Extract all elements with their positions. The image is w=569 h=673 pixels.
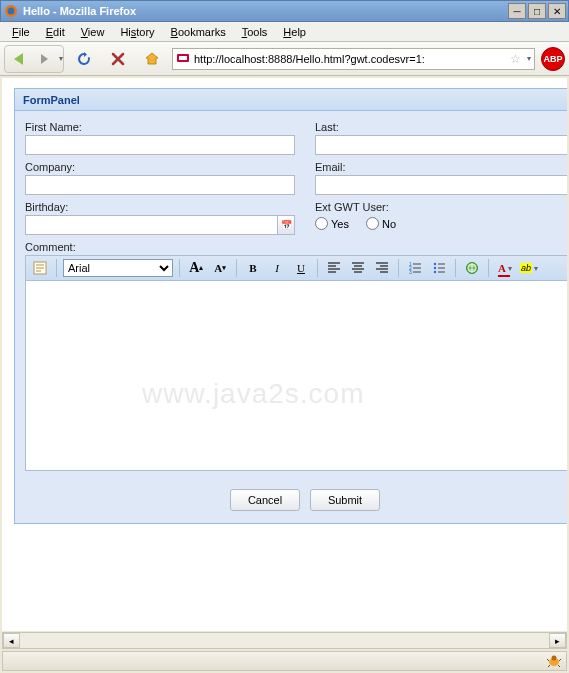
increase-font-button[interactable]: A▴ bbox=[186, 258, 206, 278]
forward-button[interactable] bbox=[31, 46, 57, 72]
menubar: File Edit View History Bookmarks Tools H… bbox=[0, 22, 569, 42]
content-area: www.java2s.com FormPanel First Name: Las… bbox=[2, 78, 567, 631]
home-button[interactable] bbox=[138, 46, 166, 72]
align-right-button[interactable] bbox=[372, 258, 392, 278]
italic-button[interactable]: I bbox=[267, 258, 287, 278]
cancel-button[interactable]: Cancel bbox=[230, 489, 300, 511]
history-dropdown-icon[interactable]: ▾ bbox=[59, 54, 63, 63]
menu-history[interactable]: History bbox=[114, 24, 160, 40]
statusbar bbox=[2, 651, 567, 671]
email-input[interactable] bbox=[315, 175, 567, 195]
scroll-track[interactable] bbox=[20, 633, 549, 648]
bold-button[interactable]: B bbox=[243, 258, 263, 278]
align-left-button[interactable] bbox=[324, 258, 344, 278]
menu-view[interactable]: View bbox=[75, 24, 111, 40]
svg-point-1 bbox=[8, 8, 15, 15]
comment-editor[interactable] bbox=[25, 281, 567, 471]
horizontal-scrollbar[interactable]: ◂ ▸ bbox=[2, 632, 567, 649]
radio-no[interactable]: No bbox=[366, 217, 396, 230]
calendar-icon: 📅 bbox=[281, 220, 292, 230]
url-bar: ☆ ▾ bbox=[172, 48, 535, 70]
reload-button[interactable] bbox=[70, 46, 98, 72]
window-title: Hello - Mozilla Firefox bbox=[23, 5, 508, 17]
radio-no-input[interactable] bbox=[366, 217, 379, 230]
svg-point-9 bbox=[434, 267, 436, 269]
first-name-label: First Name: bbox=[25, 121, 295, 133]
navigation-toolbar: ▾ ☆ ▾ ABP bbox=[0, 42, 569, 76]
close-button[interactable]: ✕ bbox=[548, 3, 566, 19]
firebug-icon[interactable] bbox=[546, 653, 562, 669]
panel-header: FormPanel bbox=[15, 89, 567, 111]
comment-label: Comment: bbox=[25, 241, 567, 253]
menu-edit[interactable]: Edit bbox=[40, 24, 71, 40]
menu-tools[interactable]: Tools bbox=[236, 24, 274, 40]
link-button[interactable] bbox=[462, 258, 482, 278]
font-family-select[interactable]: Arial bbox=[63, 259, 173, 277]
unordered-list-button[interactable] bbox=[429, 258, 449, 278]
form-panel: FormPanel First Name: Last: Company: bbox=[14, 88, 567, 524]
last-input[interactable] bbox=[315, 135, 567, 155]
menu-file[interactable]: File bbox=[6, 24, 36, 40]
svg-text:3: 3 bbox=[409, 269, 412, 274]
maximize-button[interactable]: □ bbox=[528, 3, 546, 19]
bookmark-star-icon[interactable]: ☆ bbox=[510, 52, 521, 66]
back-forward-group: ▾ bbox=[4, 45, 64, 73]
svg-rect-3 bbox=[179, 56, 187, 60]
url-input[interactable] bbox=[194, 53, 506, 65]
scroll-right-button[interactable]: ▸ bbox=[549, 633, 566, 648]
submit-button[interactable]: Submit bbox=[310, 489, 380, 511]
first-name-input[interactable] bbox=[25, 135, 295, 155]
source-edit-button[interactable] bbox=[30, 258, 50, 278]
birthday-label: Birthday: bbox=[25, 201, 295, 213]
date-picker-trigger[interactable]: 📅 bbox=[278, 215, 295, 235]
radio-yes-label: Yes bbox=[331, 218, 349, 230]
back-arrow-icon bbox=[14, 53, 23, 65]
ordered-list-button[interactable]: 123 bbox=[405, 258, 425, 278]
site-icon bbox=[176, 51, 190, 67]
radio-yes-input[interactable] bbox=[315, 217, 328, 230]
svg-point-8 bbox=[434, 263, 436, 265]
highlight-button[interactable]: ab▾ bbox=[519, 258, 539, 278]
url-dropdown-icon[interactable]: ▾ bbox=[527, 54, 531, 63]
radio-yes[interactable]: Yes bbox=[315, 217, 349, 230]
forward-arrow-icon bbox=[41, 54, 48, 64]
menu-help[interactable]: Help bbox=[277, 24, 312, 40]
scroll-left-button[interactable]: ◂ bbox=[3, 633, 20, 648]
menu-bookmarks[interactable]: Bookmarks bbox=[165, 24, 232, 40]
minimize-button[interactable]: ─ bbox=[508, 3, 526, 19]
last-label: Last: bbox=[315, 121, 567, 133]
underline-button[interactable]: U bbox=[291, 258, 311, 278]
font-color-button[interactable]: A▾ bbox=[495, 258, 515, 278]
back-button[interactable] bbox=[5, 46, 31, 72]
stop-button[interactable] bbox=[104, 46, 132, 72]
ext-user-label: Ext GWT User: bbox=[315, 201, 567, 213]
firefox-icon bbox=[3, 3, 19, 19]
adblock-button[interactable]: ABP bbox=[541, 47, 565, 71]
decrease-font-button[interactable]: A▾ bbox=[210, 258, 230, 278]
panel-title: FormPanel bbox=[23, 94, 80, 106]
company-label: Company: bbox=[25, 161, 295, 173]
birthday-input[interactable] bbox=[25, 215, 278, 235]
window-titlebar: Hello - Mozilla Firefox ─ □ ✕ bbox=[0, 0, 569, 22]
svg-point-10 bbox=[434, 271, 436, 273]
company-input[interactable] bbox=[25, 175, 295, 195]
radio-no-label: No bbox=[382, 218, 396, 230]
align-center-button[interactable] bbox=[348, 258, 368, 278]
svg-point-13 bbox=[552, 656, 557, 661]
email-label: Email: bbox=[315, 161, 567, 173]
editor-toolbar: Arial A▴ A▾ B I U 123 A▾ ab▾ bbox=[25, 255, 567, 281]
